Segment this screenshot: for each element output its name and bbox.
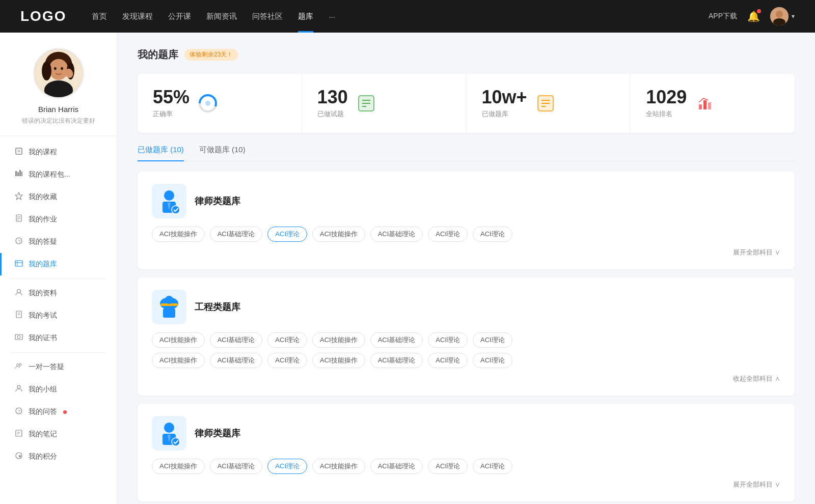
bank-tag-active[interactable]: ACI理论: [267, 459, 307, 474]
user-avatar-wrap[interactable]: ▾: [770, 7, 795, 25]
bank-tag[interactable]: ACI理论: [473, 227, 512, 242]
trial-badge: 体验剩余23天！: [184, 49, 238, 61]
sidebar-divider-1: [10, 278, 106, 279]
bank-expand-link-3[interactable]: 展开全部科目 ∨: [152, 480, 780, 489]
stat-banks-label: 已做题库: [482, 109, 527, 119]
bank-tag[interactable]: ACI理论: [473, 353, 512, 368]
bank-collapse-link[interactable]: 收起全部科目 ∧: [152, 374, 780, 383]
sidebar-item-course-package[interactable]: 我的课程包...: [0, 163, 117, 186]
stat-rank-label: 全站排名: [646, 109, 687, 119]
accuracy-pie-icon: [198, 93, 218, 114]
bank-tag[interactable]: ACI基础理论: [210, 227, 263, 242]
sidebar-item-homework[interactable]: 我的作业: [0, 208, 117, 231]
bank-tags-row-2a: ACI技能操作 ACI基础理论 ACI理论 ACI技能操作 ACI基础理论 AC…: [152, 332, 780, 348]
bank-tag[interactable]: ACI基础理论: [210, 332, 263, 348]
svg-point-64: [172, 206, 180, 214]
sidebar-item-favorites[interactable]: 我的收藏: [0, 186, 117, 208]
svg-rect-40: [16, 430, 22, 436]
bank-card-header-3: 律师类题库: [152, 416, 780, 451]
avatar: [770, 7, 789, 25]
bank-tag[interactable]: ACI技能操作: [152, 332, 205, 348]
svg-text:★: ★: [18, 454, 22, 459]
nav-open-course[interactable]: 公开课: [168, 12, 191, 21]
sidebar-item-certificate[interactable]: 我的证书: [0, 327, 117, 349]
nav-discover[interactable]: 发现课程: [122, 12, 153, 21]
bank-tag[interactable]: ACI技能操作: [312, 459, 365, 474]
stat-questions-label: 已做试题: [317, 109, 348, 119]
star-icon: [14, 192, 23, 202]
page-wrap: Brian Harris 错误的决定比没有决定要好 我的课程 我的课程包...: [0, 33, 815, 504]
bank-tag[interactable]: ACI基础理论: [370, 227, 423, 242]
bank-tag[interactable]: ACI技能操作: [152, 459, 205, 474]
sidebar-menu: 我的课程 我的课程包... 我的收藏 我的作业: [0, 136, 117, 473]
bank-tag[interactable]: ACI技能操作: [312, 227, 365, 242]
sidebar-label-course-package: 我的课程包...: [29, 170, 70, 179]
nav-more[interactable]: ···: [329, 12, 335, 21]
bank-tag[interactable]: ACI基础理论: [370, 332, 423, 348]
bank-tag[interactable]: ACI理论: [473, 459, 512, 474]
nav-home[interactable]: 首页: [92, 12, 107, 21]
bank-tag[interactable]: ACI基础理论: [370, 353, 423, 368]
stat-banks-value: 10w+: [482, 88, 527, 106]
svg-rect-69: [163, 309, 175, 318]
list-orange-icon: [535, 93, 556, 114]
bank-tag[interactable]: ACI理论: [428, 227, 468, 242]
bank-tag[interactable]: ACI理论: [473, 332, 512, 348]
sidebar-item-profile[interactable]: 我的资料: [0, 282, 117, 304]
bank-tag[interactable]: ACI理论: [428, 332, 468, 348]
bell-icon[interactable]: 🔔: [747, 10, 760, 22]
bank-tag[interactable]: ACI技能操作: [152, 227, 205, 242]
sidebar-divider-2: [10, 352, 106, 353]
nav-qa[interactable]: 问答社区: [252, 12, 283, 21]
nav-bank[interactable]: 题库: [298, 12, 313, 21]
bank-tag-active[interactable]: ACI理论: [267, 227, 307, 242]
sidebar-item-tutoring[interactable]: 一对一答疑: [0, 356, 117, 378]
profile-section: Brian Harris 错误的决定比没有决定要好: [0, 48, 117, 136]
bank-card-engineer: 工程类题库 ACI技能操作 ACI基础理论 ACI理论 ACI技能操作 ACI基…: [138, 277, 795, 396]
stat-rank: 1029 全站排名: [631, 74, 795, 133]
exam-icon: [14, 311, 23, 321]
tab-done-banks[interactable]: 已做题库 (10): [138, 145, 184, 161]
bank-card-header-1: 律师类题库: [152, 184, 780, 218]
bank-tag[interactable]: ACI技能操作: [312, 353, 365, 368]
sidebar-item-qa[interactable]: ? 我的答疑: [0, 231, 117, 253]
svg-rect-60: [703, 100, 707, 109]
sidebar-item-group[interactable]: 我的小组: [0, 378, 117, 401]
tabs-row: 已做题库 (10) 可做题库 (10): [138, 145, 795, 161]
main-content: 我的题库 体验剩余23天！ 55% 正确率: [117, 33, 815, 504]
bank-expand-link-1[interactable]: 展开全部科目 ∨: [152, 248, 780, 257]
page-header: 我的题库 体验剩余23天！: [138, 48, 795, 62]
bank-tag[interactable]: ACI基础理论: [210, 353, 263, 368]
sidebar-item-bank[interactable]: 我的题库: [0, 253, 117, 275]
svg-rect-26: [15, 261, 22, 266]
sidebar-item-notes[interactable]: 我的笔记: [0, 423, 117, 445]
svg-marker-19: [15, 192, 22, 200]
bank-tag[interactable]: ACI理论: [267, 353, 307, 368]
question-icon: ?: [14, 407, 23, 417]
bank-tag[interactable]: ACI理论: [428, 353, 468, 368]
bank-tag[interactable]: ACI技能操作: [312, 332, 365, 348]
sidebar-item-questions[interactable]: ? 我的问答: [0, 401, 117, 423]
sidebar-item-exam[interactable]: 我的考试: [0, 304, 117, 327]
question-red-dot: [63, 410, 67, 414]
bank-tag[interactable]: ACI技能操作: [152, 353, 205, 368]
svg-point-35: [17, 364, 19, 367]
sidebar-item-my-courses[interactable]: 我的课程: [0, 141, 117, 163]
tab-available-banks[interactable]: 可做题库 (10): [199, 145, 246, 161]
navbar: LOGO 首页 发现课程 公开课 新闻资讯 问答社区 题库 ··· APP下载 …: [0, 0, 815, 33]
chevron-down-icon: ▾: [792, 13, 795, 20]
app-download-link[interactable]: APP下载: [709, 12, 737, 21]
avatar-large: [33, 48, 84, 99]
nav-news[interactable]: 新闻资讯: [206, 12, 237, 21]
bank-tag[interactable]: ACI理论: [428, 459, 468, 474]
nav-links: 首页 发现课程 公开课 新闻资讯 问答社区 题库 ···: [92, 12, 709, 21]
svg-point-62: [164, 190, 174, 201]
bank-title-2: 工程类题库: [195, 301, 240, 313]
bank-tag[interactable]: ACI基础理论: [370, 459, 423, 474]
stat-questions-done: 130 已做试题: [302, 74, 467, 133]
sidebar-item-points[interactable]: ★ 我的积分: [0, 445, 117, 468]
sidebar-label-favorites: 我的收藏: [29, 192, 57, 202]
bank-tag[interactable]: ACI理论: [267, 332, 307, 348]
stat-accuracy-text: 55% 正确率: [153, 88, 189, 119]
bank-tag[interactable]: ACI基础理论: [210, 459, 263, 474]
